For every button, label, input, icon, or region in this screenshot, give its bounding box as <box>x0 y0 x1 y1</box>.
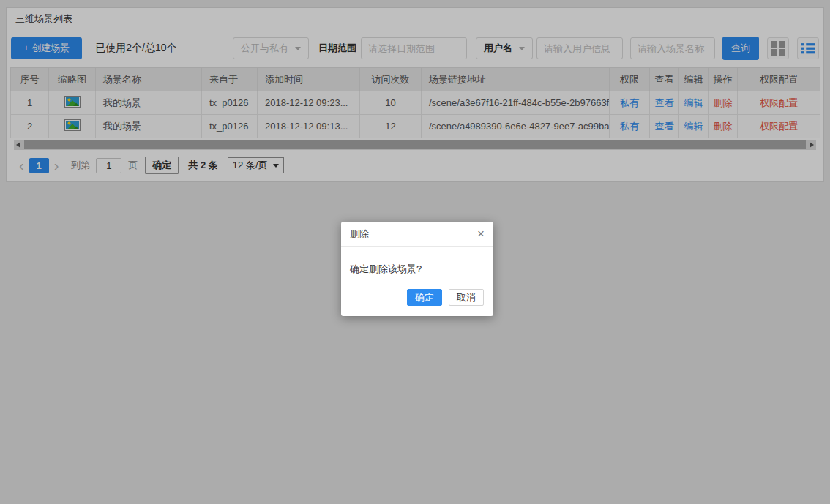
modal-footer: 确定 取消 <box>341 289 493 316</box>
close-icon[interactable]: × <box>477 227 485 240</box>
modal-confirm-button[interactable]: 确定 <box>407 289 442 306</box>
delete-modal-dialog: 删除 × 确定删除该场景? 确定 取消 <box>341 222 493 316</box>
modal-title: 删除 <box>350 227 369 241</box>
modal-header: 删除 × <box>341 222 493 247</box>
modal-cancel-button[interactable]: 取消 <box>449 289 484 306</box>
modal-message: 确定删除该场景? <box>341 247 493 289</box>
